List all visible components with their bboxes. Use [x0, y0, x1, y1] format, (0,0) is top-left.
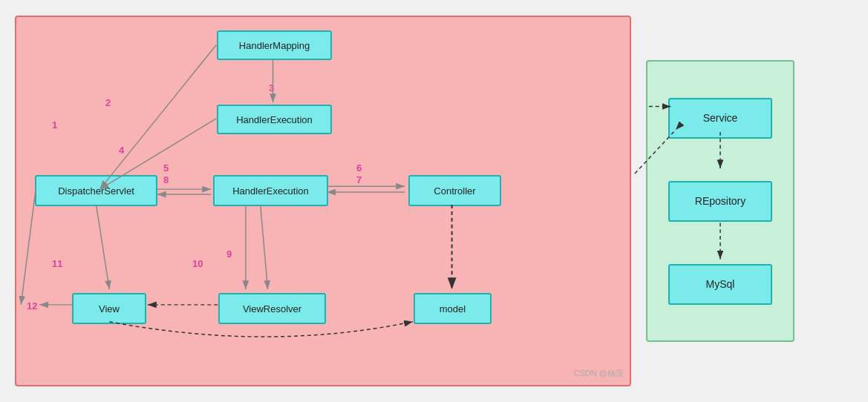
dispatcher-servlet-box: DispatcherServlet — [35, 175, 157, 206]
num-11: 11 — [52, 258, 62, 269]
svg-line-11 — [96, 205, 109, 289]
right-diagram: Service REpository MySql — [646, 60, 794, 342]
num-12: 12 — [27, 300, 37, 312]
repository-box: REpository — [668, 181, 772, 222]
num-1: 1 — [52, 119, 57, 131]
watermark: CSDN @杨茨 — [574, 368, 624, 379]
controller-box: Controller — [408, 175, 501, 206]
handler-exec-mid-box: HandlerExecution — [213, 175, 328, 206]
num-2: 2 — [105, 97, 111, 108]
handler-exec-top-box: HandlerExecution — [217, 105, 332, 134]
svg-line-6 — [21, 189, 36, 305]
service-label: Service — [703, 112, 738, 124]
num-7: 7 — [356, 174, 362, 185]
diagram-container: HandlerMapping HandlerExecution Dispatch… — [0, 0, 868, 402]
handler-mapping-box: HandlerMapping — [217, 30, 332, 60]
svg-line-12 — [261, 205, 268, 289]
num-9: 9 — [226, 248, 232, 260]
view-box: View — [72, 293, 146, 324]
mysql-box: MySql — [668, 264, 772, 305]
view-resolver-box: ViewResolver — [218, 293, 326, 324]
num-8: 8 — [163, 174, 169, 185]
num-3: 3 — [269, 82, 274, 93]
repository-label: REpository — [695, 195, 745, 207]
model-box: model — [414, 293, 492, 324]
num-6: 6 — [356, 162, 362, 174]
mysql-label: MySql — [706, 278, 735, 290]
service-box: Service — [668, 98, 772, 139]
num-10: 10 — [192, 258, 203, 269]
svg-line-4 — [99, 45, 216, 189]
num-4: 4 — [119, 145, 124, 156]
main-diagram: HandlerMapping HandlerExecution Dispatch… — [15, 16, 631, 386]
num-5: 5 — [163, 162, 169, 174]
